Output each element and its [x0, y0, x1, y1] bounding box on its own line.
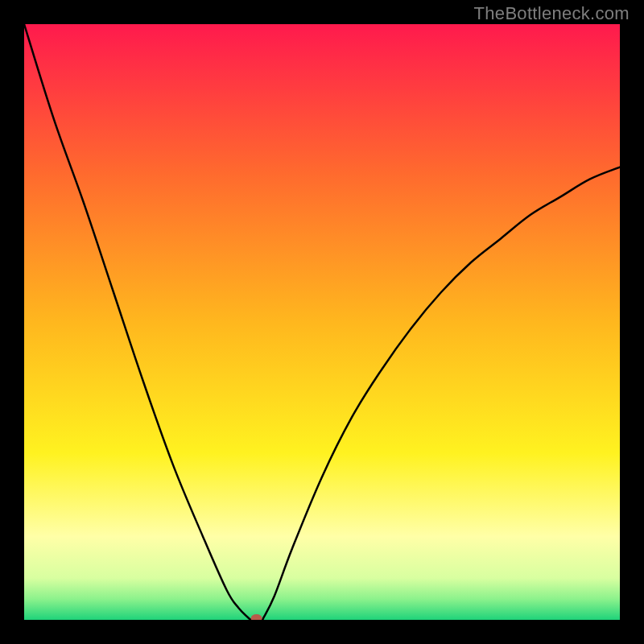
- watermark-text: TheBottleneck.com: [474, 3, 630, 24]
- chart-frame: TheBottleneck.com: [0, 0, 644, 644]
- plot-svg: [24, 24, 620, 620]
- plot-area: [24, 24, 620, 620]
- plot-background: [24, 24, 620, 620]
